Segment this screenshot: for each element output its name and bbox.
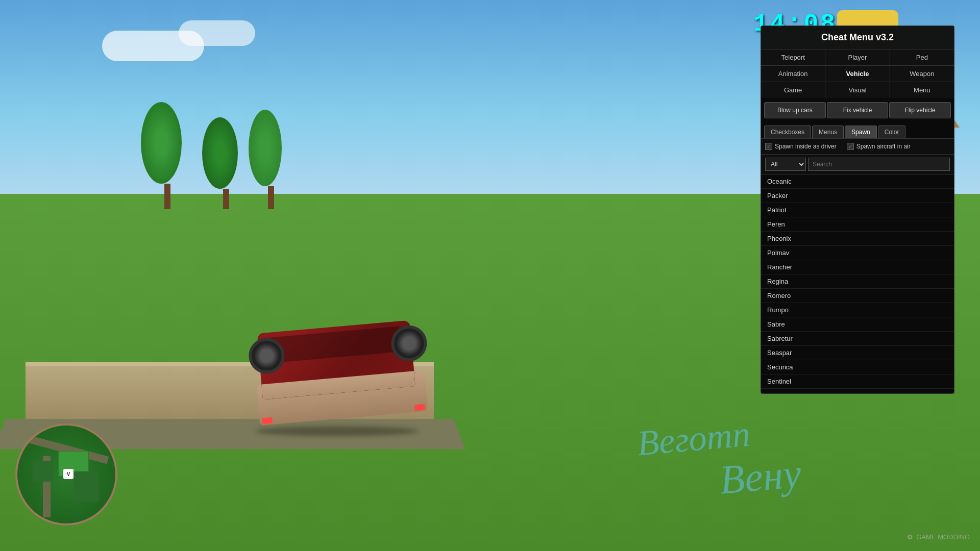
tab-spawn[interactable]: Spawn <box>845 126 877 138</box>
nav-menu[interactable]: Menu <box>890 82 954 98</box>
list-item[interactable]: Sabretur <box>761 332 954 346</box>
spawn-aircraft-checkbox[interactable]: ✓ Spawn aircraft in air <box>847 143 911 150</box>
spawn-options: ✓ Spawn inside as driver ✓ Spawn aircraf… <box>761 138 954 154</box>
spawn-driver-box[interactable]: ✓ <box>765 143 772 150</box>
list-item[interactable]: Rumpo <box>761 303 954 317</box>
nav-player[interactable]: Player <box>825 49 889 65</box>
tab-menus[interactable]: Menus <box>812 126 844 138</box>
spawn-as-driver-checkbox[interactable]: ✓ Spawn inside as driver <box>765 143 837 150</box>
fix-vehicle-button[interactable]: Fix vehicle <box>827 102 889 118</box>
cloud2 <box>179 20 255 46</box>
tree2 <box>214 117 238 209</box>
panel-title: Cheat Menu v3.2 <box>761 26 954 49</box>
watermark-text: GAME MODDING <box>916 533 970 541</box>
nav-teleport[interactable]: Teleport <box>761 49 825 65</box>
spawn-aircraft-box[interactable]: ✓ <box>847 143 854 150</box>
blow-up-cars-button[interactable]: Blow up cars <box>764 102 826 118</box>
car <box>245 306 439 439</box>
list-item[interactable]: Sentinel <box>761 374 954 389</box>
nav-vehicle[interactable]: Vehicle <box>825 66 889 82</box>
filter-row: All Cars Bikes Boats Helis Planes <box>761 154 954 174</box>
cheat-menu-panel: Cheat Menu v3.2 Teleport Player Ped Anim… <box>761 26 954 394</box>
spawn-aircraft-label: Spawn aircraft in air <box>856 143 911 150</box>
list-item[interactable]: Oceanic <box>761 174 954 189</box>
game-modding-watermark: ⚙ GAME MODDING <box>907 533 970 541</box>
minimap: V N <box>15 423 117 525</box>
script-watermark2: Вену <box>718 450 803 504</box>
nav-grid: Teleport Player Ped Animation Vehicle We… <box>761 49 954 98</box>
gear-icon: ⚙ <box>907 533 913 541</box>
list-item[interactable]: Patriot <box>761 203 954 217</box>
spawn-driver-label: Spawn inside as driver <box>775 143 837 150</box>
minimap-content: V N <box>17 425 115 523</box>
list-item[interactable]: Rancher <box>761 260 954 274</box>
list-item[interactable]: Securica <box>761 360 954 374</box>
sub-tabs: Checkboxes Menus Spawn Color <box>761 122 954 138</box>
list-item[interactable]: Seaspar <box>761 346 954 360</box>
tab-color[interactable]: Color <box>878 126 906 138</box>
nav-weapon[interactable]: Weapon <box>890 66 954 82</box>
nav-animation[interactable]: Animation <box>761 66 825 82</box>
list-item[interactable]: Romero <box>761 289 954 303</box>
list-item[interactable]: Sentxs <box>761 389 954 393</box>
minimap-compass: N <box>103 508 108 516</box>
list-item[interactable]: Sabre <box>761 317 954 332</box>
category-filter[interactable]: All Cars Bikes Boats Helis Planes <box>765 158 806 171</box>
list-item[interactable]: Regina <box>761 274 954 289</box>
minimap-player-marker: V <box>63 469 74 479</box>
tree1 <box>153 102 182 209</box>
nav-ped[interactable]: Ped <box>890 49 954 65</box>
search-input[interactable] <box>808 158 950 171</box>
list-item[interactable]: Packer <box>761 189 954 203</box>
vehicle-actions: Blow up cars Fix vehicle Flip vehicle <box>761 98 954 122</box>
nav-visual[interactable]: Visual <box>825 82 889 98</box>
flip-vehicle-button[interactable]: Flip vehicle <box>889 102 951 118</box>
tree3 <box>261 110 282 209</box>
list-item[interactable]: Pheonix <box>761 232 954 246</box>
list-item[interactable]: Polmav <box>761 246 954 260</box>
tab-checkboxes[interactable]: Checkboxes <box>764 126 811 138</box>
trees <box>153 102 292 211</box>
list-item[interactable]: Peren <box>761 217 954 232</box>
nav-game[interactable]: Game <box>761 82 825 98</box>
vehicle-list[interactable]: Oceanic Packer Patriot Peren Pheonix Pol… <box>761 174 954 393</box>
